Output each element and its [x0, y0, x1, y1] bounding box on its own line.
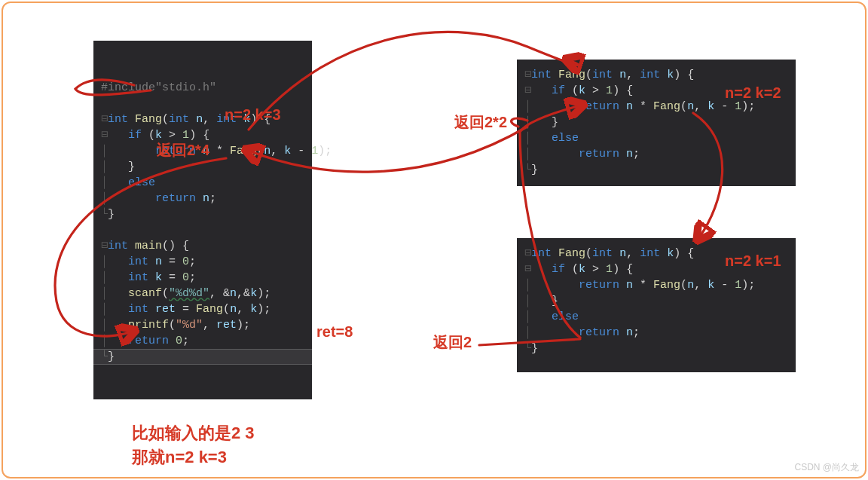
annotation-return-2x2: 返回2*2: [454, 112, 507, 133]
annotation-nk-left: n=2 k=3: [225, 106, 281, 124]
annotation-ret-equals: ret=8: [316, 323, 353, 341]
explanation-line-1: 比如输入的是2 3: [132, 422, 255, 445]
code-block-recursion-1: ⊟int Fang(int n, int k) { ⊟ if (k > 1) {…: [517, 60, 796, 186]
annotation-return-2: 返回2: [433, 332, 472, 353]
annotation-nk-r2: n=2 k=1: [725, 252, 781, 270]
explanation-line-2: 那就n=2 k=3: [132, 446, 227, 469]
code-block-main: #include"stdio.h" ⊟int Fang(int n, int k…: [93, 41, 312, 399]
code-line: #include"stdio.h": [101, 81, 216, 94]
annotation-nk-r1: n=2 k=2: [725, 84, 781, 102]
watermark: CSDN @尚久龙: [794, 461, 859, 474]
annotation-return-2x4: 返回2*4: [157, 140, 209, 161]
